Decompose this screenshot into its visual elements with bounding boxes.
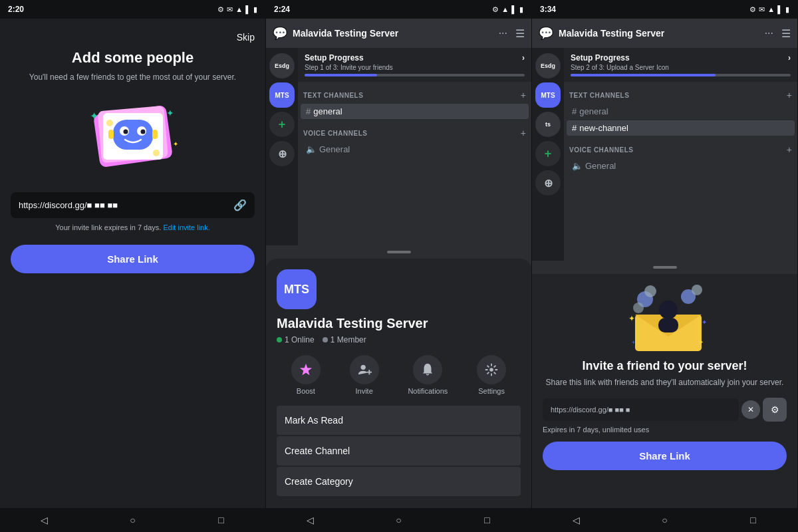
link-settings-button-3[interactable]: ⚙ (763, 398, 787, 422)
progress-bar-fill-3 (571, 74, 716, 76)
status-bar-3: 3:34 ⚙ ✉ ▲ ▌ ▮ (532, 0, 797, 19)
server-icons-col-2: Esdg MTS + ⊕ (266, 48, 298, 245)
phone2-main: Esdg MTS + ⊕ Setup Progress › Step 1 of … (266, 48, 531, 508)
share-link-button[interactable]: Share Link (11, 245, 255, 273)
status-bar-1: 2:20 ⚙ ✉ ▲ ▌ ▮ (0, 0, 265, 19)
server-name-header-3: Malavida Testing Server (559, 28, 759, 39)
mail-icon-1: ✉ (227, 5, 233, 14)
recent-button-2[interactable]: □ (478, 511, 497, 529)
channel-new-3[interactable]: # new-channel (567, 120, 795, 136)
scroll-indicator-3 (653, 266, 677, 269)
create-category-2[interactable]: Create Category (277, 467, 521, 496)
recent-button-3[interactable]: □ (744, 511, 763, 529)
channel-name-new-3: new-channel (579, 123, 628, 133)
server-icon-esdg-3[interactable]: Esdg (535, 53, 561, 78)
skip-button[interactable]: Skip (237, 32, 255, 43)
time-2: 2:24 (274, 5, 290, 14)
back-button-2[interactable]: ◁ (301, 511, 320, 529)
voice-channel-general-3[interactable]: 🔈 General (567, 158, 795, 174)
share-link-button-3[interactable]: Share Link (543, 442, 787, 470)
notifications-label-2: Notifications (408, 387, 448, 395)
phone-2: 2:24 ⚙ ▲ ▌ ▮ 💬 Malavida Testing Server ·… (266, 0, 532, 532)
add-people-title: Add some people (72, 49, 194, 66)
svg-text:✦: ✦ (90, 110, 98, 122)
home-button-1[interactable]: ○ (124, 511, 142, 529)
svg-point-26 (692, 285, 702, 295)
svg-point-6 (123, 129, 128, 134)
settings-icon-2 (477, 355, 506, 384)
link-copy-icon[interactable]: 🔗 (233, 199, 247, 211)
wifi-icon-2: ▲ (501, 5, 509, 13)
phone1-main: Skip Add some people You'll need a few f… (0, 19, 265, 508)
boost-icon-2 (291, 355, 321, 384)
svg-point-24 (644, 285, 656, 297)
server-header-3: 💬 Malavida Testing Server ··· ☰ (532, 19, 797, 48)
discover-icon-3[interactable]: ⊕ (535, 170, 561, 196)
sidebar-layout-2: Esdg MTS + ⊕ Setup Progress › Step 1 of … (266, 48, 531, 245)
add-channel-icon-3[interactable]: + (787, 90, 792, 100)
voice-channel-general-2[interactable]: 🔈 General (301, 142, 529, 157)
back-button-1[interactable]: ◁ (35, 511, 54, 529)
svg-text:✦: ✦ (698, 338, 704, 346)
channel-general-2[interactable]: # general (301, 104, 529, 119)
server-icon-mts-3[interactable]: MTS (535, 82, 561, 108)
invite-link-input-3[interactable]: https://discord.gg/■ ■■ ■ (543, 398, 739, 421)
setup-chevron-3[interactable]: › (788, 53, 791, 63)
edit-invite-link[interactable]: Edit invite link. (163, 223, 209, 231)
add-channel-icon-2[interactable]: + (521, 90, 526, 100)
nav-bar-2: ◁ ○ □ (266, 508, 531, 532)
invite-sheet-3: ✦ ✦ ✦ + Invite a friend to your server! … (532, 274, 797, 508)
signal-icon-2: ▌ (511, 5, 517, 13)
menu-icon-3[interactable]: ☰ (781, 27, 791, 40)
server-icon-ts-3[interactable]: ts (535, 112, 561, 137)
settings-icon-3: ⚙ (749, 5, 756, 14)
setup-chevron-2[interactable]: › (522, 53, 525, 63)
battery-icon-1: ▮ (253, 5, 257, 14)
discover-server-icon[interactable]: ⊕ (269, 141, 295, 166)
setup-progress-2: Setup Progress › Step 1 of 3: Invite you… (298, 48, 531, 82)
text-channels-header-2: TEXT CHANNELS + (298, 82, 531, 103)
add-voice-icon-3[interactable]: + (787, 144, 792, 155)
voice-channels-header-2: VOICE CHANNELS + (298, 120, 531, 141)
server-name-header-2: Malavida Testing Server (293, 28, 493, 39)
back-button-3[interactable]: ◁ (567, 511, 586, 529)
setup-step-2: Step 1 of 3: Invite your friends (305, 64, 525, 71)
link-clear-button-3[interactable]: ✕ (741, 400, 760, 419)
settings-icon-1: ⚙ (217, 5, 224, 14)
boost-action-2[interactable]: Boost (291, 355, 321, 395)
svg-point-18 (489, 368, 493, 372)
invite-label-2: Invite (355, 387, 372, 395)
notifications-action-2[interactable]: Notifications (408, 355, 448, 395)
invite-friend-title-3: Invite a friend to your server! (582, 359, 747, 373)
svg-rect-9 (152, 130, 158, 139)
settings-label-2: Settings (478, 387, 505, 395)
add-people-subtitle: You'll need a few friends to get the mos… (29, 72, 236, 83)
server-name-large-2: Malavida Testing Server (277, 316, 521, 331)
server-icon-esdg[interactable]: Esdg (269, 53, 295, 78)
hashtag-icon-general-3: # (572, 106, 577, 116)
more-options-2[interactable]: ··· (499, 27, 507, 39)
mark-as-read-2[interactable]: Mark As Read (277, 406, 521, 435)
create-channel-2[interactable]: Create Channel (277, 436, 521, 466)
scroll-indicator-2 (387, 251, 411, 253)
channel-general-3[interactable]: # general (567, 104, 795, 119)
settings-action-2[interactable]: Settings (477, 355, 506, 395)
svg-point-27 (633, 303, 644, 313)
add-server-icon[interactable]: + (269, 112, 295, 137)
invite-illustration-3: ✦ ✦ ✦ + (625, 285, 705, 351)
svg-text:✦: ✦ (628, 314, 635, 323)
recent-button-1[interactable]: □ (212, 511, 231, 529)
home-button-2[interactable]: ○ (390, 511, 408, 529)
more-options-3[interactable]: ··· (765, 27, 773, 39)
invite-link-box: https://discord.gg/■ ■■ ■■ 🔗 (11, 192, 255, 218)
home-button-3[interactable]: ○ (656, 511, 674, 529)
add-server-icon-3[interactable]: + (535, 141, 561, 166)
menu-icon-2[interactable]: ☰ (515, 27, 525, 40)
signal-icon-1: ▌ (245, 5, 251, 13)
add-voice-icon-2[interactable]: + (521, 128, 526, 138)
wifi-icon-1: ▲ (235, 5, 243, 13)
nav-bar-1: ◁ ○ □ (0, 508, 265, 532)
invite-action-2[interactable]: Invite (350, 355, 379, 395)
server-icon-mts[interactable]: MTS (269, 82, 295, 108)
voice-channels-label-2: VOICE CHANNELS (303, 130, 367, 137)
